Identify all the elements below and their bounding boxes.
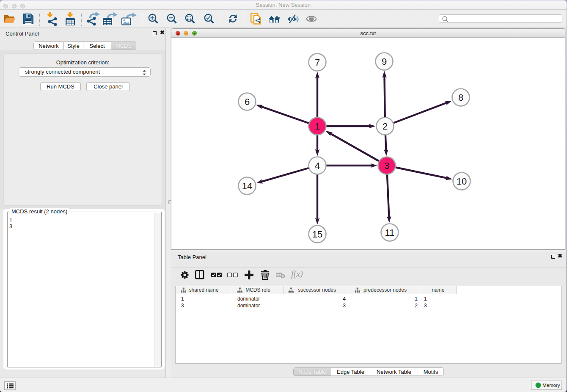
- svg-text:14: 14: [242, 181, 252, 191]
- svg-text:6: 6: [245, 97, 250, 107]
- svg-text:11: 11: [385, 227, 395, 238]
- svg-text:1: 1: [315, 121, 320, 132]
- svg-text:4: 4: [315, 160, 320, 171]
- svg-text:8: 8: [458, 92, 463, 103]
- svg-text:15: 15: [312, 229, 322, 240]
- svg-text:10: 10: [457, 176, 467, 187]
- svg-text:2: 2: [383, 121, 388, 132]
- svg-text:9: 9: [382, 56, 387, 67]
- svg-text:3: 3: [384, 160, 389, 171]
- svg-text:7: 7: [315, 57, 320, 68]
